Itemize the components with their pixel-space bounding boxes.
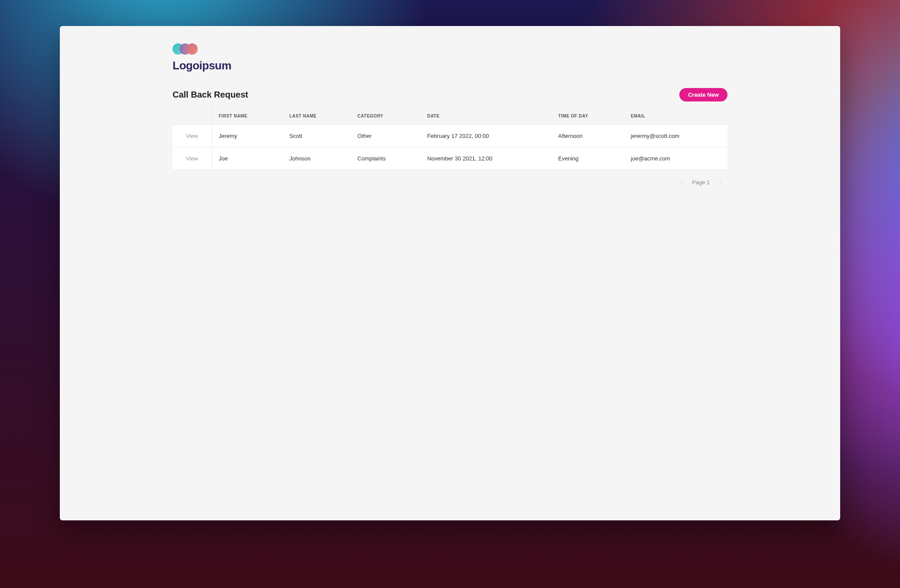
col-first-name: First Name <box>212 108 282 125</box>
cell-last-name: Johnson <box>282 147 350 170</box>
page-title: Call Back Request <box>173 90 248 100</box>
cell-time-of-day: Afternoon <box>551 125 624 147</box>
app-window: Logoipsum Call Back Request Create New F… <box>60 26 840 520</box>
cell-last-name: Scott <box>282 125 350 147</box>
paginator: ‹ Page 1 › <box>173 170 727 187</box>
cell-first-name: Jeremy <box>212 125 282 147</box>
logo: Logoipsum <box>173 43 727 72</box>
cell-first-name: Joe <box>212 147 282 170</box>
logo-text: Logoipsum <box>173 59 727 72</box>
table-header-row: First Name Last Name Category Date Time … <box>173 108 727 125</box>
create-new-button[interactable]: Create New <box>679 88 727 101</box>
view-link[interactable]: View <box>186 133 198 139</box>
cell-category: Complaints <box>351 147 421 170</box>
cell-category: Other <box>351 125 421 147</box>
cell-date: February 17 2022, 00:00 <box>420 125 551 147</box>
view-link[interactable]: View <box>186 155 198 162</box>
logo-icon <box>173 43 200 55</box>
cell-email: jerermy@scott.com <box>624 125 727 147</box>
table-row: View Jeremy Scott Other February 17 2022… <box>173 125 727 147</box>
callback-table: First Name Last Name Category Date Time … <box>173 108 727 170</box>
col-time-of-day: Time of Day <box>551 108 624 125</box>
page-header: Call Back Request Create New <box>173 88 727 101</box>
col-email: Email <box>624 108 727 125</box>
prev-page-button[interactable]: ‹ <box>678 177 685 187</box>
chevron-left-icon: ‹ <box>680 179 682 186</box>
cell-time-of-day: Evening <box>551 147 624 170</box>
col-date: Date <box>420 108 551 125</box>
chevron-right-icon: › <box>719 179 721 186</box>
content-container: Logoipsum Call Back Request Create New F… <box>173 43 727 187</box>
col-last-name: Last Name <box>282 108 350 125</box>
col-view <box>173 108 212 125</box>
next-page-button[interactable]: › <box>717 177 724 187</box>
cell-date: November 30 2021, 12:00 <box>420 147 551 170</box>
cell-email: joe@acme.com <box>624 147 727 170</box>
page-indicator: Page 1 <box>692 179 710 186</box>
col-category: Category <box>351 108 421 125</box>
table-row: View Joe Johnson Complaints November 30 … <box>173 147 727 170</box>
